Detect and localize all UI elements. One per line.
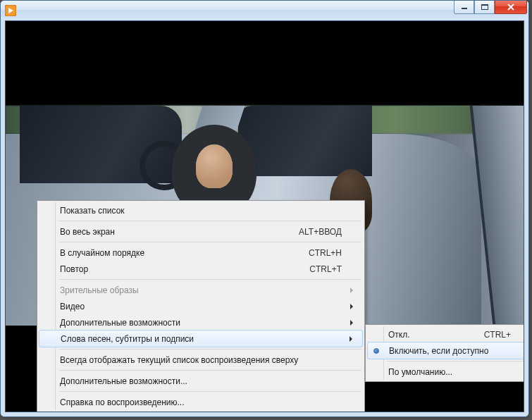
menu-item-shortcut: CTRL+T <box>309 264 342 274</box>
menu-item-label: Справка по воспроизведению... <box>60 397 342 407</box>
menu-repeat[interactable]: Повтор CTRL+T <box>39 261 363 277</box>
menu-item-label: Показать список <box>60 206 342 216</box>
app-window: Показать список Во весь экран ALT+ВВОД В… <box>0 0 529 417</box>
menu-more-options[interactable]: Дополнительные возможности... <box>39 373 363 389</box>
video-area[interactable]: Показать список Во весь экран ALT+ВВОД В… <box>5 20 524 412</box>
menu-item-label: По умолчанию... <box>388 367 511 377</box>
menu-item-label: Откл. <box>388 330 470 340</box>
menu-video[interactable]: Видео <box>39 298 363 314</box>
menu-separator <box>58 349 361 350</box>
menu-item-shortcut: CTRL+ <box>484 330 511 340</box>
svg-rect-2 <box>462 8 467 9</box>
menu-separator <box>58 370 361 371</box>
menu-lyrics-captions[interactable]: Слова песен, субтитры и подписи <box>39 330 363 347</box>
menu-item-label: Во весь экран <box>60 227 285 237</box>
menu-item-shortcut: ALT+ВВОД <box>299 227 342 237</box>
titlebar[interactable] <box>1 1 528 20</box>
submenu-on-if-available[interactable]: Включить, если доступно <box>367 342 524 359</box>
menu-item-label: Дополнительные возможности <box>60 318 342 328</box>
menu-always-on-top[interactable]: Всегда отображать текущий список воспрои… <box>39 352 363 368</box>
menu-item-label: Дополнительные возможности... <box>60 376 342 386</box>
menu-separator <box>387 361 524 362</box>
menu-item-label: В случайном порядке <box>60 248 295 258</box>
svg-rect-4 <box>481 4 488 6</box>
menu-playback-help[interactable]: Справка по воспроизведению... <box>39 394 363 410</box>
menu-enhancements[interactable]: Дополнительные возможности <box>39 314 363 331</box>
menu-separator <box>58 221 361 221</box>
media-player-icon <box>5 5 16 16</box>
menu-visualizations: Зрительные образы <box>39 282 363 298</box>
menu-separator <box>58 391 361 392</box>
context-menu: Показать список Во весь экран ALT+ВВОД В… <box>37 200 365 412</box>
context-submenu-lyrics: Откл. CTRL+ Включить, если доступно По у… <box>365 324 524 382</box>
radio-selected-icon <box>373 348 379 354</box>
window-controls <box>454 1 527 14</box>
close-button[interactable] <box>495 1 527 14</box>
menu-item-label: Слова песен, субтитры и подписи <box>61 334 341 344</box>
menu-item-label: Всегда отображать текущий список воспрои… <box>60 355 342 365</box>
menu-item-shortcut: CTRL+H <box>309 248 342 258</box>
menu-item-label: Видео <box>60 302 342 311</box>
menu-fullscreen[interactable]: Во весь экран ALT+ВВОД <box>39 223 363 240</box>
menu-item-label: Повтор <box>60 264 295 274</box>
maximize-button[interactable] <box>474 1 495 14</box>
menu-show-list[interactable]: Показать список <box>39 202 363 218</box>
menu-item-label: Зрительные образы <box>60 285 342 295</box>
menu-separator <box>58 242 361 242</box>
submenu-defaults[interactable]: По умолчанию... <box>367 364 524 380</box>
submenu-off[interactable]: Откл. CTRL+ <box>367 326 524 342</box>
menu-item-label: Включить, если доступно <box>389 346 510 356</box>
menu-separator <box>58 279 361 280</box>
menu-shuffle[interactable]: В случайном порядке CTRL+H <box>39 245 363 261</box>
minimize-button[interactable] <box>454 1 474 14</box>
